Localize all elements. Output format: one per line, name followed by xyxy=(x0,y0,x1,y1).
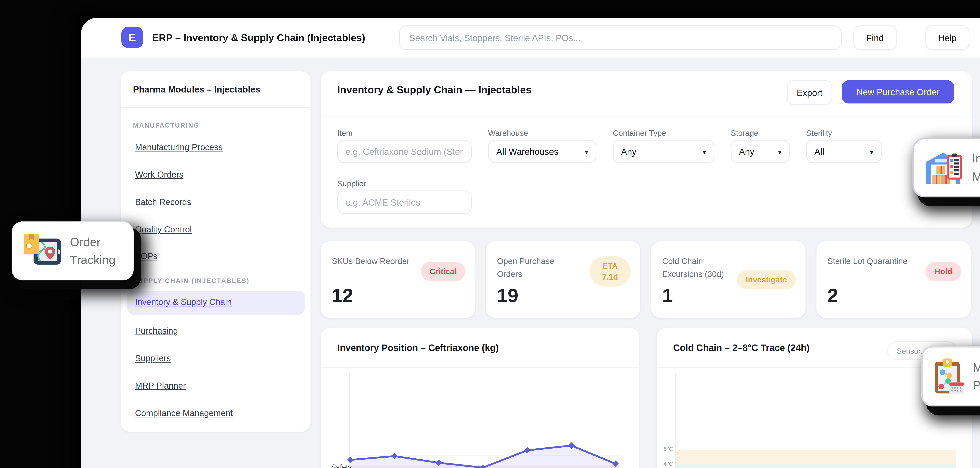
export-button[interactable]: Export xyxy=(787,80,832,105)
page-header-card: Inventory & Supply Chain — Injectables E… xyxy=(321,71,972,228)
inventory-management-icon xyxy=(925,151,963,185)
find-button[interactable]: Find xyxy=(853,25,897,50)
filter-label-supplier: Supplier xyxy=(337,180,366,188)
sidebar-item-work-orders[interactable]: Work Orders xyxy=(135,170,183,180)
kpi-label: SKUs Below Reorder xyxy=(332,255,410,268)
filter-label-storage: Storage xyxy=(731,129,758,137)
sidebar-item-compliance-management[interactable]: Compliance Management xyxy=(135,409,233,418)
divider xyxy=(121,107,311,108)
app-window: E ERP – Inventory & Supply Chain (Inject… xyxy=(81,18,980,468)
sidebar-title: Pharma Modules – Injectables xyxy=(133,71,260,107)
screenshot-stage: E ERP – Inventory & Supply Chain (Inject… xyxy=(0,0,980,468)
sidebar-item-suppliers[interactable]: Suppliers xyxy=(135,354,171,363)
kpi-label: Cold Chain Excursions (30d) xyxy=(662,255,739,281)
chart-title: Cold Chain – 2–8°C Trace (24h) xyxy=(673,328,810,368)
top-bar: E ERP – Inventory & Supply Chain (Inject… xyxy=(81,18,980,58)
status-badge: Investigate xyxy=(737,270,796,289)
kpi-value: 12 xyxy=(332,285,353,307)
status-badge: Critical xyxy=(421,262,465,281)
warehouse-select-value: All Warehouses xyxy=(496,146,558,157)
warehouse-select[interactable]: All Warehouses ▼ xyxy=(488,140,597,163)
kpi-value: 19 xyxy=(497,285,519,307)
app-body: Pharma Modules – Injectables MANUFACTURI… xyxy=(81,57,980,468)
material-planning-icon xyxy=(932,357,965,395)
sidebar-item-mrp-planner[interactable]: MRP Planner xyxy=(135,381,186,391)
temperature-band xyxy=(676,465,956,468)
supplier-filter-input[interactable] xyxy=(337,191,472,214)
sidebar-item-manufacturing-process[interactable]: Manufacturing Process xyxy=(135,142,223,152)
filter-label-container-type: Container Type xyxy=(613,129,666,137)
kpi-card-open-purchase-orders: Open Purchase Orders 19 ETA 7.1d xyxy=(486,241,640,318)
callout-label: Inventory Management xyxy=(972,149,980,186)
kpi-card-sterile-lot-quarantine: Sterile Lot Quarantine 2 Hold xyxy=(816,241,971,318)
container-type-select[interactable]: Any ▼ xyxy=(613,140,714,163)
temperature-band xyxy=(676,450,956,464)
kpi-card-skus-below-reorder: SKUs Below Reorder 12 Critical xyxy=(321,241,475,318)
sidebar-section-supply-chain: SUPPLY CHAIN (INJECTABLES) xyxy=(133,277,250,284)
app-logo: E xyxy=(121,27,143,48)
app-title: ERP – Inventory & Supply Chain (Injectab… xyxy=(152,18,365,57)
kpi-card-cold-chain-excursions: Cold Chain Excursions (30d) 1 Investigat… xyxy=(651,241,805,318)
filter-label-item: Item xyxy=(337,129,353,137)
chart-title: Inventory Position – Ceftriaxone (kg) xyxy=(337,328,499,368)
callout-label: Material Planning xyxy=(973,358,980,394)
status-badge: Hold xyxy=(926,262,961,281)
divider xyxy=(321,116,972,117)
inventory-position-chart-card: Inventory Position – Ceftriaxone (kg) Sa… xyxy=(321,328,639,468)
chart-header: Inventory Position – Ceftriaxone (kg) xyxy=(321,328,639,368)
y-tick-label: 6°C xyxy=(663,446,673,452)
inventory-management-callout[interactable]: Inventory Management xyxy=(912,138,980,197)
kpi-label: Sterile Lot Quarantine xyxy=(827,255,907,268)
chevron-down-icon: ▼ xyxy=(701,149,707,156)
sidebar-item-batch-records[interactable]: Batch Records xyxy=(135,197,191,207)
material-planning-callout[interactable]: Material Planning xyxy=(921,346,980,406)
chevron-down-icon: ▼ xyxy=(777,149,783,156)
sidebar-item-quality-control[interactable]: Quality Control xyxy=(135,225,192,234)
status-badge: ETA 7.1d xyxy=(590,256,631,287)
page-title: Inventory & Supply Chain — Injectables xyxy=(337,84,531,95)
inventory-line-chart: Safety xyxy=(321,368,639,468)
sidebar-item-sops[interactable]: SOPs xyxy=(135,252,158,261)
chevron-down-icon: ▼ xyxy=(869,149,875,156)
kpi-value: 2 xyxy=(827,285,838,307)
storage-select[interactable]: Any ▼ xyxy=(731,140,790,163)
inventory-line-chart-svg: Safety xyxy=(321,368,639,468)
item-filter-input[interactable] xyxy=(337,140,472,163)
global-search-input[interactable] xyxy=(399,25,842,50)
order-tracking-callout[interactable]: Order Tracking xyxy=(11,221,134,280)
sidebar-item-purchasing[interactable]: Purchasing xyxy=(135,326,178,336)
chevron-down-icon: ▼ xyxy=(584,149,590,156)
sterility-select[interactable]: All ▼ xyxy=(806,140,881,163)
sidebar-section-manufacturing: MANUFACTURING xyxy=(133,121,199,129)
storage-select-value: Any xyxy=(739,146,754,157)
kpi-value: 1 xyxy=(662,285,673,307)
sterility-select-value: All xyxy=(815,146,824,157)
sidebar-item-inventory-supply-chain[interactable]: Inventory & Supply Chain xyxy=(135,298,232,307)
kpi-label: Open Purchase Orders xyxy=(497,255,574,281)
callout-label: Order Tracking xyxy=(70,233,121,269)
filter-label-warehouse: Warehouse xyxy=(488,129,528,137)
new-purchase-order-button[interactable]: New Purchase Order xyxy=(842,80,955,103)
order-tracking-icon xyxy=(22,233,62,269)
sidebar: Pharma Modules – Injectables MANUFACTURI… xyxy=(121,71,311,432)
container-type-select-value: Any xyxy=(621,146,636,157)
y-tick-label: 4°C xyxy=(663,460,673,467)
filter-label-sterility: Sterility xyxy=(806,129,832,137)
safety-annotation: Safety xyxy=(331,463,352,468)
help-button[interactable]: Help xyxy=(926,25,969,50)
